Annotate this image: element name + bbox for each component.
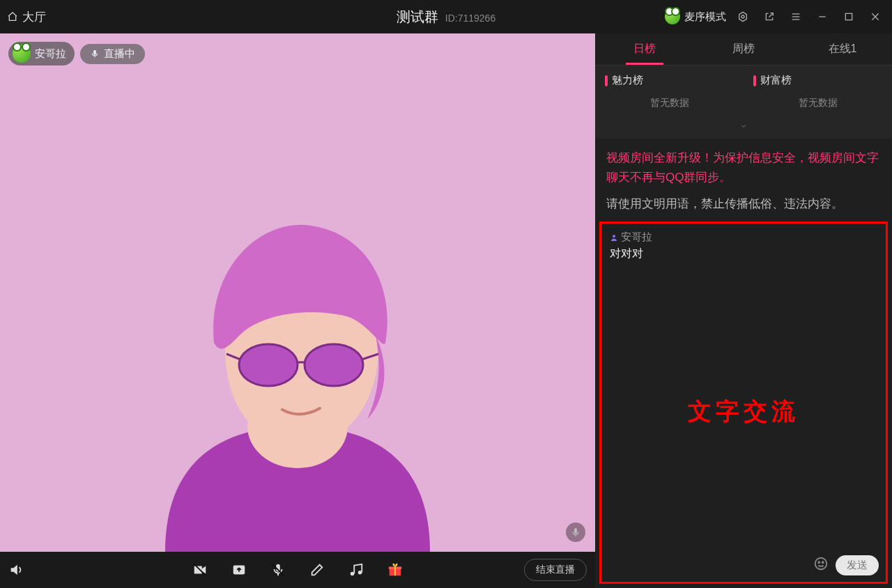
host-pill[interactable]: 安哥拉	[8, 42, 75, 65]
svg-point-13	[305, 344, 363, 386]
close-icon	[870, 11, 881, 22]
lobby-label: 大厅	[22, 9, 46, 25]
minimize-icon	[817, 11, 828, 22]
chat-messages: 安哥拉 对对对	[601, 224, 886, 548]
svg-point-1	[741, 15, 744, 18]
speaker-icon	[8, 562, 24, 578]
edit-button[interactable]	[309, 562, 325, 578]
music-button[interactable]	[348, 562, 364, 578]
mic-status-icon[interactable]	[566, 523, 585, 542]
tab-weekly[interactable]: 周榜	[694, 33, 793, 65]
svg-rect-6	[845, 13, 852, 20]
gift-button[interactable]	[387, 562, 403, 578]
chat-rules: 请使用文明用语，禁止传播低俗、违法内容。	[595, 192, 892, 222]
menu-icon	[790, 11, 801, 22]
wealth-nodata: 暂无数据	[744, 97, 892, 109]
popout-button[interactable]	[760, 7, 779, 26]
collapse-toggle[interactable]	[595, 118, 892, 139]
tab-online[interactable]: 在线1	[793, 33, 892, 65]
camera-button[interactable]	[192, 562, 208, 578]
svg-rect-17	[574, 528, 577, 534]
video-column: 安哥拉 直播中	[0, 33, 595, 588]
svg-point-29	[818, 562, 820, 563]
end-live-button[interactable]: 结束直播	[524, 559, 587, 581]
mic-button[interactable]	[270, 562, 286, 578]
ranking-tabs: 日榜 周榜 在线1	[595, 33, 892, 65]
share-button[interactable]	[231, 562, 247, 578]
chevron-down-icon	[736, 122, 751, 130]
edit-icon	[309, 562, 325, 578]
chat-message-text: 对对对	[610, 247, 877, 261]
volume-button[interactable]	[8, 562, 24, 578]
frog-avatar-icon	[13, 45, 31, 63]
group-id: ID:7119266	[445, 13, 495, 24]
home-icon	[7, 11, 18, 22]
emoji-button[interactable]	[813, 556, 829, 574]
svg-marker-0	[739, 12, 747, 21]
avatar-illustration	[102, 162, 493, 552]
popout-icon	[764, 11, 775, 22]
close-button[interactable]	[866, 7, 885, 26]
frog-avatar-icon	[665, 9, 680, 24]
host-name: 安哥拉	[35, 47, 66, 61]
tab-daily[interactable]: 日榜	[595, 33, 694, 65]
live-badge-label: 直播中	[104, 47, 135, 61]
title-center: 测试群 ID:7119266	[397, 8, 495, 26]
svg-point-30	[822, 562, 824, 563]
share-screen-icon	[231, 562, 247, 578]
upgrade-notice: 视频房间全新升级！为保护信息安全，视频房间文字聊天不再与QQ群同步。	[595, 139, 892, 192]
camera-off-icon	[192, 562, 208, 578]
side-panel: 日榜 周榜 在线1 魅力榜 财富榜 暂无数据 暂无数据 视频房间全新升级！为保护…	[595, 33, 892, 588]
smile-icon	[813, 556, 829, 571]
video-area: 安哥拉 直播中	[0, 33, 595, 552]
gear-icon	[737, 11, 748, 22]
maximize-button[interactable]	[839, 7, 859, 26]
ranking-subpanel: 魅力榜 财富榜 暂无数据 暂无数据	[595, 65, 892, 139]
mic-mode-label: 麦序模式	[684, 10, 726, 24]
svg-point-28	[815, 558, 827, 570]
music-icon	[348, 562, 364, 578]
svg-point-27	[613, 235, 615, 238]
svg-rect-26	[394, 566, 396, 575]
title-bar: 大厅 测试群 ID:7119266 麦序模式	[0, 0, 892, 33]
svg-point-12	[239, 344, 298, 386]
settings-button[interactable]	[733, 7, 753, 26]
menu-button[interactable]	[786, 7, 806, 26]
send-button[interactable]: 发送	[836, 555, 879, 575]
chat-input-bar: 发送	[601, 548, 886, 582]
mic-off-icon	[270, 562, 286, 578]
app-window: 大厅 测试群 ID:7119266 麦序模式	[0, 0, 892, 588]
subtab-wealth[interactable]: 财富榜	[744, 74, 892, 87]
maximize-icon	[843, 11, 854, 22]
mic-mode-button[interactable]: 麦序模式	[665, 9, 726, 24]
lobby-button[interactable]: 大厅	[7, 9, 46, 25]
svg-rect-9	[93, 50, 96, 55]
chat-message-user[interactable]: 安哥拉	[610, 231, 877, 244]
subtab-charm[interactable]: 魅力榜	[595, 74, 744, 87]
live-badge[interactable]: 直播中	[80, 44, 145, 64]
group-name: 测试群	[397, 8, 438, 26]
gift-icon	[387, 562, 403, 578]
chat-box: 安哥拉 对对对 文字交流 发送	[599, 222, 888, 584]
mic-icon	[90, 49, 100, 59]
video-controls: 结束直播	[0, 552, 595, 588]
user-badge-icon	[610, 233, 618, 242]
minimize-button[interactable]	[813, 7, 832, 26]
charm-nodata: 暂无数据	[595, 97, 744, 109]
